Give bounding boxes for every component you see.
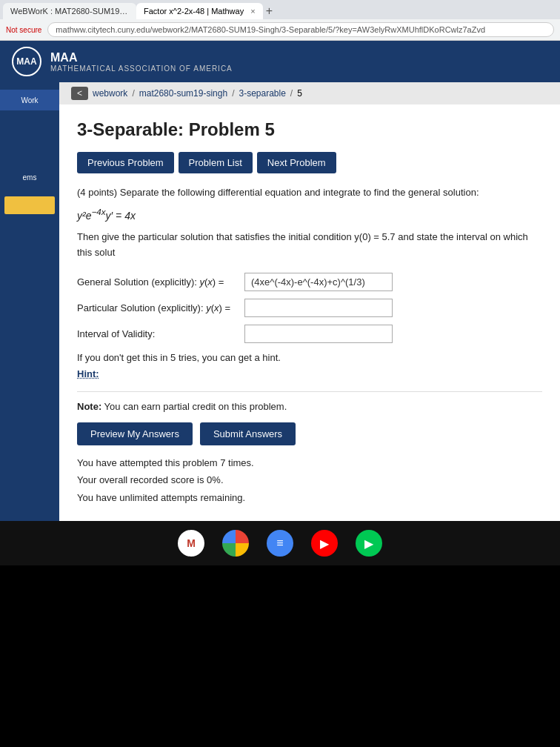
main-layout: Work ems < webwork / mat2680-sum19-singh… <box>0 82 560 521</box>
sidebar-item-ems[interactable]: ems <box>0 167 59 187</box>
sidebar-item-work[interactable]: Work <box>0 90 59 110</box>
maa-subtitle: MATHEMATICAL ASSOCIATION OF AMERICA <box>50 64 233 73</box>
general-solution-label: General Solution (explicitly): y(x) = <box>77 276 240 288</box>
nav-buttons: Previous Problem Problem List Next Probl… <box>77 152 542 173</box>
note-text: You can earn partial credit on this prob… <box>104 401 287 412</box>
play-store-icon[interactable]: ▶ <box>356 530 382 557</box>
address-bar-container: Not secure mathww.citytech.cuny.edu/webw… <box>0 19 560 41</box>
breadcrumb-back-button[interactable]: < <box>71 87 88 100</box>
not-secure-indicator: Not secure <box>6 26 41 34</box>
main-content: < webwork / mat2680-sum19-singh / 3-sepa… <box>59 82 560 521</box>
interval-validity-input[interactable] <box>244 325 393 343</box>
problem-statement: (4 points) Separate the following differ… <box>77 185 542 201</box>
maa-title: MAA <box>50 51 233 64</box>
bottom-black-area <box>0 565 560 747</box>
problem-area: 3-Separable: Problem 5 Previous Problem … <box>59 104 560 521</box>
general-solution-row: General Solution (explicitly): y(x) = <box>77 273 542 291</box>
gmail-icon[interactable]: M <box>178 530 204 557</box>
note-label: Note: <box>77 401 101 412</box>
particular-solution-row: Particular Solution (explicitly): y(x) = <box>77 299 542 317</box>
new-tab-button[interactable]: + <box>266 4 273 18</box>
particular-solution-label: Particular Solution (explicitly): y(x) = <box>77 302 240 313</box>
particular-solution-input[interactable] <box>244 299 393 317</box>
general-solution-input[interactable] <box>244 273 393 291</box>
breadcrumb: < webwork / mat2680-sum19-singh / 3-sepa… <box>59 82 560 104</box>
hint-tries-text: If you don't get this in 5 tries, you ca… <box>77 352 542 363</box>
hint-section: If you don't get this in 5 tries, you ca… <box>77 352 542 379</box>
attempt-info: You have attempted this problem 7 times.… <box>77 454 542 506</box>
tab-webwork[interactable]: WeBWorK : MAT2680-SUM19-Si × <box>3 3 136 19</box>
attempt-line-2: Your overall recorded score is 0%. <box>77 471 542 488</box>
next-problem-button[interactable]: Next Problem <box>257 152 336 173</box>
maa-logo: MAA <box>12 47 41 76</box>
breadcrumb-section[interactable]: 3-separable <box>239 88 285 99</box>
note-section: Note: You can earn partial credit on thi… <box>77 391 542 412</box>
problem-title: 3-Separable: Problem 5 <box>77 119 542 140</box>
submit-answers-button[interactable]: Submit Answers <box>200 422 296 445</box>
problem-list-button[interactable]: Problem List <box>179 152 253 173</box>
sidebar-highlight <box>4 196 55 214</box>
breadcrumb-problem-number: 5 <box>297 88 302 99</box>
sidebar-label-ems: ems <box>23 173 37 182</box>
hint-label[interactable]: Hint: <box>77 368 99 379</box>
previous-problem-button[interactable]: Previous Problem <box>77 152 174 173</box>
attempt-line-1: You have attempted this problem 7 times. <box>77 454 542 471</box>
interval-validity-label: Interval of Validity: <box>77 328 240 339</box>
sidebar-label-work: Work <box>21 96 38 104</box>
youtube-icon[interactable]: ▶ <box>311 530 338 557</box>
maa-header-text: MAA MATHEMATICAL ASSOCIATION OF AMERICA <box>50 51 233 73</box>
problem-equation: y²e−4xy′ = 4x <box>77 207 542 222</box>
taskbar: M ≡ ▶ ▶ <box>0 521 560 565</box>
tab-bar: WeBWorK : MAT2680-SUM19-Si × Factor x^2-… <box>0 0 560 19</box>
preview-answers-button[interactable]: Preview My Answers <box>77 422 193 445</box>
breadcrumb-course[interactable]: mat2680-sum19-singh <box>139 88 227 99</box>
tab-mathway[interactable]: Factor x^2-2x-48 | Mathway × <box>136 3 263 19</box>
attempt-line-3: You have unlimited attempts remaining. <box>77 489 542 506</box>
condition-text: Then give the particular solution that s… <box>77 230 542 261</box>
docs-icon[interactable]: ≡ <box>267 530 293 557</box>
breadcrumb-webwork[interactable]: webwork <box>93 88 127 99</box>
interval-validity-row: Interval of Validity: <box>77 325 542 343</box>
submit-buttons: Preview My Answers Submit Answers <box>77 422 542 445</box>
maa-header: MAA MAA MATHEMATICAL ASSOCIATION OF AMER… <box>0 41 560 82</box>
tab-close-mathway[interactable]: × <box>250 7 255 16</box>
sidebar: Work ems <box>0 82 59 521</box>
address-bar[interactable]: mathww.citytech.cuny.edu/webwork2/MAT268… <box>47 22 554 37</box>
chrome-icon[interactable] <box>222 530 249 557</box>
